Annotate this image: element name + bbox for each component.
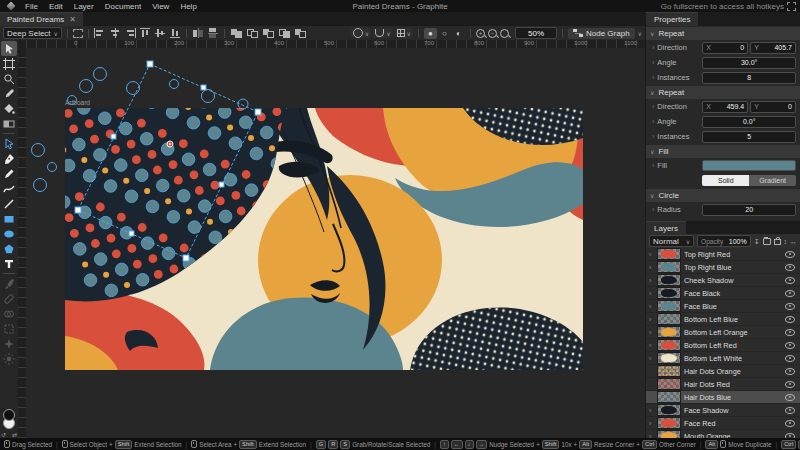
boolean-intersect-icon[interactable] xyxy=(278,28,291,38)
layer-row[interactable]: ›Face Red xyxy=(646,417,800,430)
visibility-toggle-icon[interactable] xyxy=(785,394,795,401)
snapping-options-dropdown[interactable]: ∨ xyxy=(373,28,392,38)
visibility-toggle-icon[interactable] xyxy=(785,316,795,323)
visibility-toggle-icon[interactable] xyxy=(785,277,795,284)
instances-input[interactable]: 5 xyxy=(702,131,796,143)
view-mode-normal[interactable]: ● xyxy=(424,28,437,39)
menu-view[interactable]: View xyxy=(147,2,174,11)
visibility-toggle-icon[interactable] xyxy=(785,368,795,375)
layer-expand-caret-icon[interactable]: › xyxy=(649,264,654,271)
node-graph-button[interactable]: Node Graph xyxy=(568,28,635,39)
tab-properties[interactable]: Properties xyxy=(646,12,698,26)
circle-section-header[interactable]: ∨ Circle xyxy=(646,189,800,202)
layer-expand-caret-icon[interactable]: › xyxy=(649,277,654,284)
gradient-tool[interactable] xyxy=(1,116,17,131)
visibility-toggle-icon[interactable] xyxy=(785,264,795,271)
radius-input[interactable]: 20 xyxy=(702,204,796,216)
layer-row[interactable]: ›Top Right Red xyxy=(646,248,800,261)
document-tab[interactable]: Painted Dreams ✕ xyxy=(0,12,83,26)
expose-icon[interactable]: › xyxy=(652,59,654,66)
rectangle-tool[interactable] xyxy=(1,211,17,226)
visibility-toggle-icon[interactable] xyxy=(785,251,795,258)
layer-expand-caret-icon[interactable]: › xyxy=(649,407,654,414)
horizontal-ruler[interactable]: 010020030040050060070080090010001100 xyxy=(26,40,645,48)
expand-panel-icon[interactable]: ↕ xyxy=(784,238,788,245)
tab-layers[interactable]: Layers xyxy=(646,221,686,234)
layer-row[interactable]: ›Hair Dots Orange xyxy=(646,365,800,378)
swap-colors-icon[interactable]: ⇄ xyxy=(12,431,17,438)
layer-row[interactable]: ›Bottom Left Red xyxy=(646,339,800,352)
expose-icon[interactable]: › xyxy=(652,162,654,169)
visibility-toggle-icon[interactable] xyxy=(785,381,795,388)
spline-tool[interactable] xyxy=(1,181,17,196)
layer-expand-caret-icon[interactable]: › xyxy=(649,316,654,323)
visibility-toggle-icon[interactable] xyxy=(785,420,795,427)
grid-options-dropdown[interactable]: ∨ xyxy=(395,28,413,38)
layer-row[interactable]: ›Bottom Left Blue xyxy=(646,313,800,326)
fill-color-swatch[interactable] xyxy=(702,160,796,171)
zoom-in-button[interactable]: + xyxy=(476,29,485,38)
fill-tool[interactable] xyxy=(1,101,17,116)
opacity-input[interactable]: Opacity100% xyxy=(697,235,751,247)
ellipse-tool[interactable] xyxy=(1,226,17,241)
boolean-union-icon[interactable] xyxy=(230,28,243,38)
select-mode-dropdown[interactable]: Deep Select ∨ xyxy=(3,27,62,39)
flip-vertical-icon[interactable] xyxy=(207,28,219,38)
move-into-icon[interactable]: ↧ xyxy=(754,238,760,245)
angle-input[interactable]: 0.0° xyxy=(702,116,796,128)
pen-tool[interactable] xyxy=(1,151,17,166)
polygon-tool[interactable] xyxy=(1,241,17,256)
artboard[interactable] xyxy=(65,108,583,370)
instances-input[interactable]: 8 xyxy=(702,72,796,84)
angle-input[interactable]: 30.0° xyxy=(702,57,796,69)
menu-file[interactable]: File xyxy=(20,2,43,11)
align-bottom-icon[interactable] xyxy=(169,28,181,38)
layer-row[interactable]: ›Cheek Shadow xyxy=(646,274,800,287)
freehand-tool[interactable] xyxy=(1,166,17,181)
direction-y-input[interactable]: Y0 xyxy=(750,101,796,113)
layer-row[interactable]: ›Face Blue xyxy=(646,300,800,313)
new-folder-icon[interactable] xyxy=(763,238,772,245)
flip-horizontal-icon[interactable] xyxy=(192,28,204,38)
zoom-reset-button[interactable] xyxy=(500,29,509,38)
overlays-options-dropdown[interactable]: ∨ xyxy=(351,28,371,38)
graphite-logo-icon[interactable] xyxy=(6,1,15,10)
visibility-toggle-icon[interactable] xyxy=(785,355,795,362)
path-tool[interactable] xyxy=(1,136,17,151)
boolean-subtract-front-icon[interactable] xyxy=(246,28,259,38)
layer-row[interactable]: ›Face Shadow xyxy=(646,404,800,417)
reset-colors-icon[interactable]: ↺ xyxy=(1,431,6,438)
layer-expand-caret-icon[interactable]: › xyxy=(649,303,654,310)
direction-x-input[interactable]: X0 xyxy=(702,42,748,54)
visibility-toggle-icon[interactable] xyxy=(785,407,795,414)
layer-expand-caret-icon[interactable]: › xyxy=(649,342,654,349)
layer-row[interactable]: ›Face Black xyxy=(646,287,800,300)
menu-layer[interactable]: Layer xyxy=(69,2,99,11)
solid-button[interactable]: Solid xyxy=(702,175,749,186)
artboard-tool[interactable] xyxy=(1,56,17,71)
expose-icon[interactable]: › xyxy=(652,118,654,125)
align-horizontal-center-icon[interactable] xyxy=(109,28,121,38)
zoom-level-input[interactable]: 50% xyxy=(515,27,557,39)
fill-section-header[interactable]: ∨ Fill xyxy=(646,145,800,158)
direction-x-input[interactable]: X459.4 xyxy=(702,101,748,113)
view-mode-outline[interactable]: ○ xyxy=(438,28,451,39)
visibility-toggle-icon[interactable] xyxy=(785,342,795,349)
layer-row[interactable]: ›Hair Dots Blue xyxy=(646,391,800,404)
close-tab-icon[interactable]: ✕ xyxy=(69,15,76,24)
layer-row[interactable]: ›Bottom Left Orange xyxy=(646,326,800,339)
layer-expand-caret-icon[interactable]: › xyxy=(649,251,654,258)
navigate-tool[interactable] xyxy=(1,71,17,86)
visibility-toggle-icon[interactable] xyxy=(785,329,795,336)
box-select-icon[interactable] xyxy=(73,29,83,38)
boolean-subtract-back-icon[interactable] xyxy=(262,28,275,38)
boolean-difference-icon[interactable] xyxy=(294,28,307,38)
line-tool[interactable] xyxy=(1,196,17,211)
lock-icon[interactable] xyxy=(774,239,780,245)
layer-expand-caret-icon[interactable]: › xyxy=(649,329,654,336)
menu-help[interactable]: Help xyxy=(175,2,201,11)
menu-edit[interactable]: Edit xyxy=(44,2,68,11)
align-top-icon[interactable] xyxy=(139,28,151,38)
view-mode-split[interactable]: ◐ xyxy=(452,28,465,39)
layer-row[interactable]: ›Mouth Orange xyxy=(646,430,800,438)
